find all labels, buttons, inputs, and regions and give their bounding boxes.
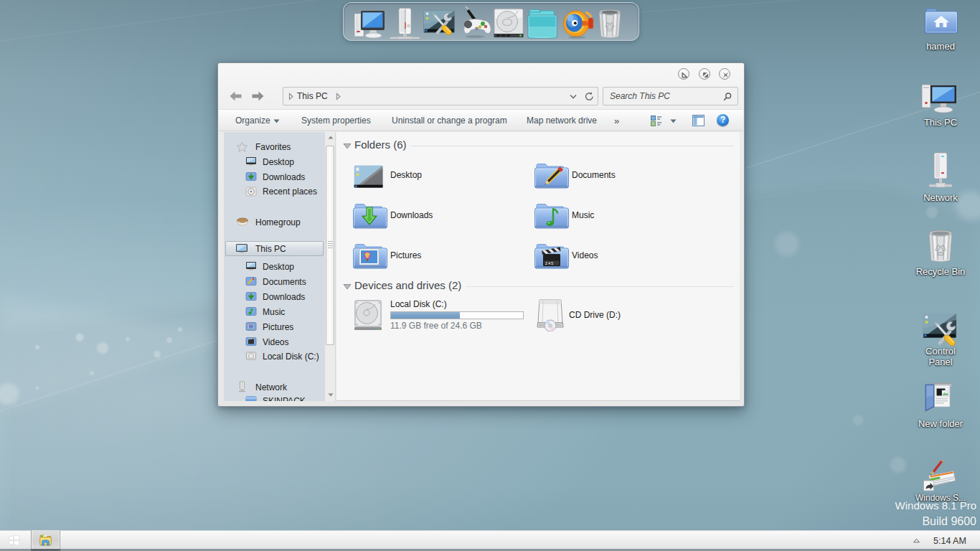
svg-text:2 4 5: 2 4 5 xyxy=(545,261,553,265)
